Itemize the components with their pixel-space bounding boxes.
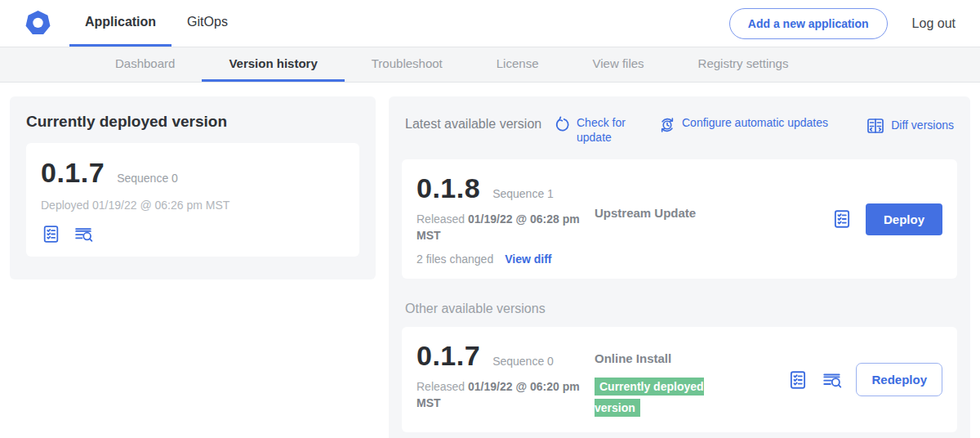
configure-automatic-updates-label: Configure automatic updates	[682, 116, 828, 131]
main-content: Currently deployed version 0.1.7 Sequenc…	[0, 83, 980, 438]
diff-versions-action[interactable]: Diff versions	[866, 116, 954, 136]
version-config-icon[interactable]	[831, 208, 853, 230]
deploy-logs-icon[interactable]	[74, 224, 94, 244]
latest-version-card: 0.1.8 Sequence 1 Released 01/19/22 @ 06:…	[402, 159, 957, 279]
app-logo	[24, 0, 51, 47]
available-panel-header: Latest available version Check for updat…	[402, 113, 957, 145]
logout-button[interactable]: Log out	[912, 16, 956, 31]
deploy-logs-icon[interactable]	[822, 369, 843, 391]
diff-versions-icon	[866, 116, 885, 136]
redeploy-button[interactable]: Redeploy	[856, 363, 942, 396]
admin-console-page: Application GitOps Add a new application…	[0, 0, 980, 438]
other-released-timestamp: Released 01/19/22 @ 06:20 pm MST	[416, 379, 584, 411]
released-label: Released	[416, 212, 465, 226]
latest-source-label: Upstream Update	[595, 206, 696, 220]
deployed-sequence-label: Sequence 0	[117, 172, 178, 185]
top-nav: Application GitOps	[69, 0, 243, 47]
subnav-registry-settings[interactable]: Registry settings	[671, 47, 816, 82]
subnav-license[interactable]: License	[470, 47, 566, 82]
other-sequence-label: Sequence 0	[492, 355, 554, 368]
header-spacer	[243, 0, 729, 47]
released-label: Released	[416, 380, 465, 393]
other-versions-heading: Other available versions	[405, 302, 957, 316]
subnav-dashboard[interactable]: Dashboard	[88, 47, 202, 82]
version-config-icon[interactable]	[787, 369, 808, 391]
available-panel-title: Latest available version	[405, 116, 542, 133]
diff-versions-label: Diff versions	[891, 118, 954, 133]
subnav-version-history[interactable]: Version history	[202, 47, 344, 82]
deploy-button[interactable]: Deploy	[866, 203, 942, 235]
deployed-panel-title: Currently deployed version	[26, 113, 359, 131]
check-for-update-action[interactable]: Check for update	[554, 116, 658, 145]
view-diff-link[interactable]: View diff	[505, 253, 551, 266]
top-header: Application GitOps Add a new application…	[0, 0, 980, 47]
deployed-version-number: 0.1.7	[41, 157, 105, 189]
schedule-update-icon	[658, 116, 676, 134]
latest-released-timestamp: Released 01/19/22 @ 06:28 pm MST	[416, 212, 584, 244]
add-new-application-button[interactable]: Add a new application	[729, 8, 888, 39]
tab-gitops[interactable]: GitOps	[172, 0, 243, 47]
files-changed-label: 2 files changed	[416, 253, 493, 266]
refresh-icon	[554, 116, 571, 133]
other-version-card: 0.1.7 Sequence 0 Released 01/19/22 @ 06:…	[402, 327, 957, 432]
check-for-update-label: Check for update	[577, 116, 658, 145]
deployed-timestamp: Deployed 01/19/22 @ 06:26 pm MST	[41, 199, 345, 212]
available-versions-panel: Latest available version Check for updat…	[389, 96, 970, 438]
configure-automatic-updates-action[interactable]: Configure automatic updates	[658, 116, 831, 134]
latest-sequence-label: Sequence 1	[492, 187, 554, 200]
heptagon-logo-icon	[24, 10, 51, 37]
other-version-number: 0.1.7	[416, 340, 480, 372]
app-subnav: Dashboard Version history Troubleshoot L…	[0, 47, 980, 83]
subnav-view-files[interactable]: View files	[565, 47, 670, 82]
other-source-label: Online Install	[595, 351, 743, 365]
latest-version-number: 0.1.8	[416, 172, 480, 204]
deployed-version-card: 0.1.7 Sequence 0 Deployed 01/19/22 @ 06:…	[26, 143, 359, 257]
subnav-troubleshoot[interactable]: Troubleshoot	[345, 47, 470, 82]
version-config-icon[interactable]	[41, 224, 61, 244]
tab-application[interactable]: Application	[69, 0, 172, 47]
currently-deployed-panel: Currently deployed version 0.1.7 Sequenc…	[10, 96, 376, 279]
currently-deployed-badge: Currently deployed version	[595, 378, 704, 417]
